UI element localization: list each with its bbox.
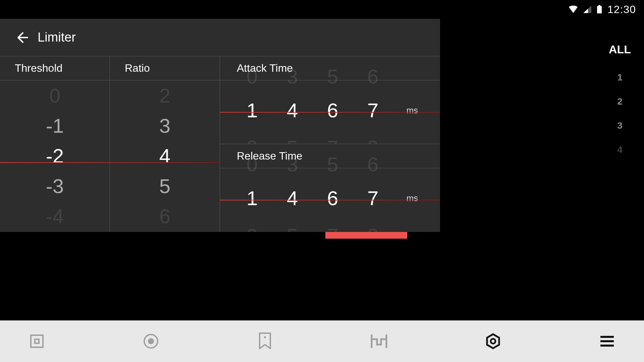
threshold-value-above: -1 [46,111,64,141]
attack-digit: 5 [323,65,343,88]
threshold-value-far-above: 0 [49,81,60,111]
threshold-label: Threshold [0,56,110,80]
times-column: Attack Time 0 3 5 6 ms 1 4 6 7 ms [220,56,440,232]
release-digit: 1 [242,187,262,210]
threshold-wheel[interactable]: 0 -1 -2 -3 -4 [0,80,110,232]
ratio-label: Ratio [110,56,220,80]
release-digit: 6 [363,153,383,176]
status-bar: 12:30 [0,0,488,19]
threshold-value-far-below: -4 [46,201,64,232]
attack-digit: 0 [242,65,262,88]
ratio-value-far-below: 6 [159,201,170,232]
threshold-column: Threshold 0 -1 -2 -3 -4 [0,56,110,232]
attack-digit: 3 [282,65,303,88]
attack-digit: 7 [323,136,343,144]
release-digit: 0 [242,153,262,176]
attack-digit: 1 [242,99,262,122]
ratio-value-below: 5 [159,171,170,201]
ratio-value-far-above: 2 [159,81,170,111]
release-digit: 6 [323,187,343,210]
attack-digit: 6 [323,99,343,122]
release-digit: 7 [363,187,383,210]
attack-digit: 2 [242,136,262,144]
back-button[interactable] [15,30,30,45]
attack-digit: 7 [363,99,383,122]
release-digit: 7 [323,224,343,232]
release-time-wheel[interactable]: 0 3 5 6 ms 1 4 6 7 ms 2 [220,168,440,232]
release-digit: 3 [282,153,303,176]
attack-digit: 6 [363,65,383,88]
attack-digit: 8 [363,136,383,144]
release-time-block: Release Time 0 3 5 6 ms 1 4 6 7 ms [220,144,440,232]
settings-panel: Limiter Threshold 0 -1 -2 -3 -4 Ratio 2 … [0,19,440,232]
attack-time-wheel[interactable]: 0 3 5 6 ms 1 4 6 7 ms 2 [220,80,440,144]
release-digit: 5 [282,224,303,232]
page-title: Limiter [38,30,76,45]
attack-time-block: Attack Time 0 3 5 6 ms 1 4 6 7 ms [220,56,440,144]
attack-unit: ms [407,105,418,116]
selected-tab-indicator [325,232,407,239]
release-unit: ms [407,193,418,203]
attack-digit: 4 [282,99,303,122]
threshold-value-below: -3 [46,171,64,201]
ratio-wheel[interactable]: 2 3 4 5 6 [110,80,220,232]
attack-digit: 5 [282,136,303,144]
release-digit: 4 [282,187,303,210]
release-digit: 5 [323,153,343,176]
panel-header: Limiter [0,19,440,56]
ratio-value-selected: 4 [159,141,170,171]
release-digit: 8 [363,224,383,232]
ratio-column: Ratio 2 3 4 5 6 [110,56,220,232]
parameter-columns: Threshold 0 -1 -2 -3 -4 Ratio 2 3 4 5 6 [0,56,440,232]
release-digit: 2 [242,224,262,232]
threshold-value-selected: -2 [46,141,64,171]
ratio-value-above: 3 [159,111,170,141]
